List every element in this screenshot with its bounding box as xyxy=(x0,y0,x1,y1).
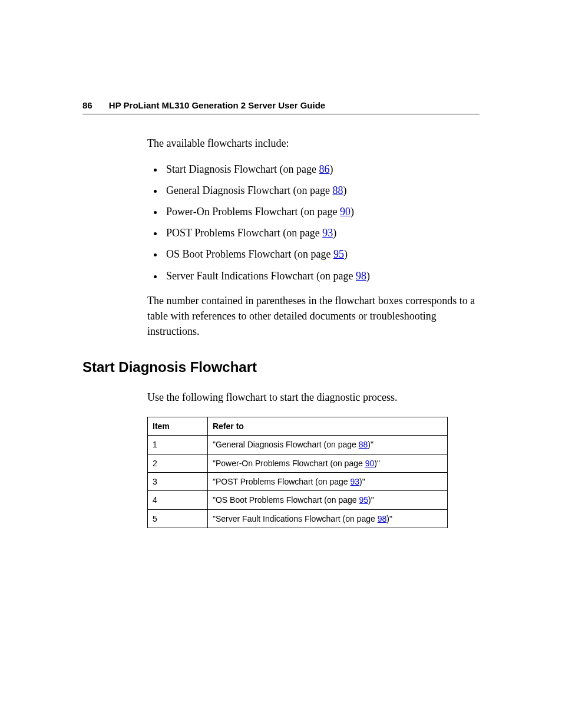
cell-before: "POST Problems Flowchart (on page xyxy=(213,477,350,486)
sub-paragraph: Use the following flowchart to start the… xyxy=(147,390,480,405)
list-item-text: Server Fault Indications Flowchart (on p… xyxy=(166,270,356,282)
table-cell-item: 3 xyxy=(148,472,208,490)
header-title: HP ProLiant ML310 Generation 2 Server Us… xyxy=(109,100,325,110)
table-row: 3 "POST Problems Flowchart (on page 93)" xyxy=(148,472,448,490)
list-item: General Diagnosis Flowchart (on page 88) xyxy=(164,183,480,198)
page-link[interactable]: 88 xyxy=(359,440,368,449)
list-item-text: OS Boot Problems Flowchart (on page xyxy=(166,248,333,260)
page-number: 86 xyxy=(82,100,92,110)
list-item: Server Fault Indications Flowchart (on p… xyxy=(164,268,480,284)
page-link[interactable]: 93 xyxy=(322,227,333,239)
list-item-after: ) xyxy=(343,185,346,196)
page-container: 86 HP ProLiant ML310 Generation 2 Server… xyxy=(0,0,562,528)
page-header: 86 HP ProLiant ML310 Generation 2 Server… xyxy=(82,100,480,114)
list-item-text: Power-On Problems Flowchart (on page xyxy=(166,206,340,218)
table-cell-refer: "Power-On Problems Flowchart (on page 90… xyxy=(208,454,448,472)
list-item-after: ) xyxy=(333,227,336,239)
table-cell-refer: "OS Boot Problems Flowchart (on page 95)… xyxy=(208,491,448,509)
list-item-text: Start Diagnosis Flowchart (on page xyxy=(166,163,319,175)
table-cell-item: 2 xyxy=(148,454,208,472)
page-link[interactable]: 93 xyxy=(350,477,359,486)
section-heading: Start Diagnosis Flowchart xyxy=(82,359,480,375)
list-item: Power-On Problems Flowchart (on page 90) xyxy=(164,204,480,219)
list-item-after: ) xyxy=(351,206,354,218)
body-block: The available flowcharts include: Start … xyxy=(147,136,480,339)
table-cell-item: 4 xyxy=(148,491,208,509)
cell-after: )" xyxy=(359,477,365,486)
table-row: 4 "OS Boot Problems Flowchart (on page 9… xyxy=(148,491,448,509)
list-item: Start Diagnosis Flowchart (on page 86) xyxy=(164,162,480,177)
cell-before: "General Diagnosis Flowchart (on page xyxy=(213,440,359,449)
table-header-item: Item xyxy=(148,417,208,436)
section-body: Use the following flowchart to start the… xyxy=(147,390,480,528)
page-link[interactable]: 88 xyxy=(332,185,343,196)
table-header-row: Item Refer to xyxy=(148,417,448,436)
page-link[interactable]: 95 xyxy=(333,248,344,260)
table-cell-refer: "POST Problems Flowchart (on page 93)" xyxy=(208,472,448,490)
intro-paragraph: The available flowcharts include: xyxy=(147,136,480,151)
page-link[interactable]: 90 xyxy=(365,459,375,468)
list-item-after: ) xyxy=(366,270,370,282)
table-row: 5 "Server Fault Indications Flowchart (o… xyxy=(148,509,448,528)
cell-before: "OS Boot Problems Flowchart (on page xyxy=(213,495,359,505)
cell-after: )" xyxy=(386,514,392,523)
reference-table: Item Refer to 1 "General Diagnosis Flowc… xyxy=(147,417,448,528)
list-item-text: General Diagnosis Flowchart (on page xyxy=(166,185,332,196)
page-link[interactable]: 95 xyxy=(359,495,369,505)
cell-before: "Power-On Problems Flowchart (on page xyxy=(213,459,365,468)
page-link[interactable]: 86 xyxy=(319,163,329,175)
list-item: POST Problems Flowchart (on page 93) xyxy=(164,225,480,241)
table-header-refer: Refer to xyxy=(208,417,448,436)
table-row: 1 "General Diagnosis Flowchart (on page … xyxy=(148,436,448,454)
cell-after: )" xyxy=(374,459,380,468)
table-cell-item: 5 xyxy=(148,509,208,528)
explain-paragraph: The number contained in parentheses in t… xyxy=(147,293,480,339)
page-link[interactable]: 90 xyxy=(340,206,351,218)
cell-after: )" xyxy=(368,495,374,505)
list-item-after: ) xyxy=(329,163,333,175)
table-cell-refer: "Server Fault Indications Flowchart (on … xyxy=(208,509,448,528)
flowchart-list: Start Diagnosis Flowchart (on page 86) G… xyxy=(147,162,480,284)
cell-before: "Server Fault Indications Flowchart (on … xyxy=(213,514,378,523)
table-cell-item: 1 xyxy=(148,436,208,454)
list-item-after: ) xyxy=(344,248,348,260)
table-row: 2 "Power-On Problems Flowchart (on page … xyxy=(148,454,448,472)
table-cell-refer: "General Diagnosis Flowchart (on page 88… xyxy=(208,436,448,454)
list-item-text: POST Problems Flowchart (on page xyxy=(166,227,322,239)
page-link[interactable]: 98 xyxy=(378,514,387,523)
page-link[interactable]: 98 xyxy=(356,270,366,282)
list-item: OS Boot Problems Flowchart (on page 95) xyxy=(164,246,480,262)
cell-after: )" xyxy=(368,440,373,449)
